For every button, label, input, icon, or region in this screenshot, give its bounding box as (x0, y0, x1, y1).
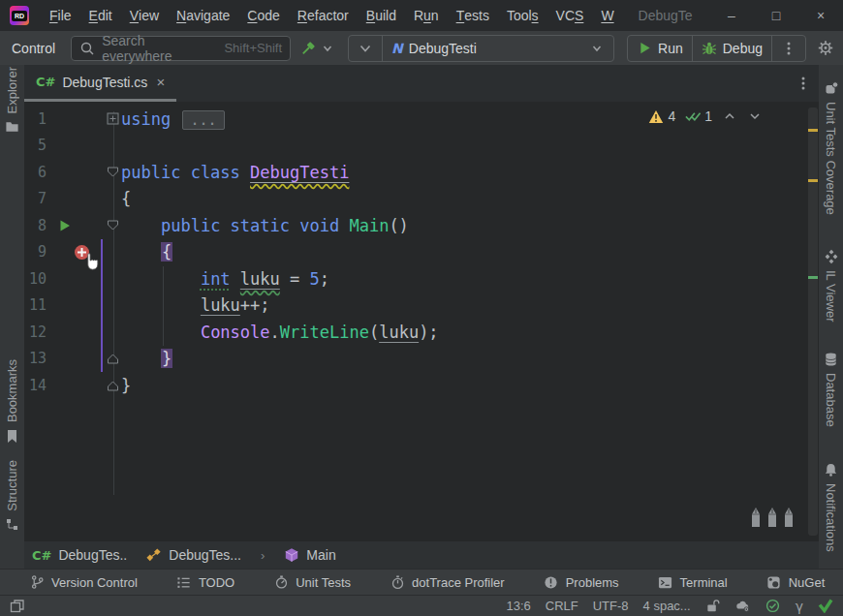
run-configuration-select[interactable]: N DebugTesti (383, 36, 613, 61)
code-lines[interactable]: 1using ...56public class DebugTesti7{8 p… (24, 102, 819, 541)
code-text[interactable]: } (121, 376, 131, 395)
run-widget-chevron[interactable] (349, 36, 382, 61)
sidebar-item-bookmarks[interactable]: Bookmarks (0, 359, 24, 444)
file-encoding[interactable]: UTF-8 (593, 599, 629, 613)
gutter-cell[interactable] (47, 239, 105, 266)
gutter-cell[interactable] (47, 212, 105, 239)
caret-position[interactable]: 13:6 (506, 599, 530, 613)
maximize-button[interactable]: □ (754, 0, 798, 31)
code-text[interactable]: { (121, 189, 131, 208)
tab-close-icon[interactable]: × (156, 74, 165, 90)
code-line-6[interactable]: 6public class DebugTesti (24, 159, 819, 186)
code-text[interactable]: int luku = 5; (121, 269, 329, 289)
tab-options-kebab-icon[interactable] (796, 76, 811, 91)
toolwindow-button-nuget[interactable]: NuGet (766, 574, 826, 590)
chevron-down-icon[interactable] (320, 41, 335, 56)
close-button[interactable]: × (798, 0, 843, 31)
menu-build[interactable]: Build (358, 0, 405, 31)
code-line-13[interactable]: 13 } (24, 346, 819, 373)
analysis-ok-icon[interactable] (818, 599, 833, 614)
debug-button[interactable]: Debug (693, 36, 771, 61)
warnings-group[interactable]: 4 (648, 108, 675, 124)
menu-tools[interactable]: Tools (498, 0, 547, 31)
code-line-9[interactable]: 9 { (24, 239, 819, 266)
menu-w[interactable]: W (592, 0, 622, 31)
sidebar-item-explorer[interactable]: Explorer (0, 67, 24, 135)
code-line-12[interactable]: 12 Console.WriteLine(luku); (24, 319, 819, 346)
gutter-cell[interactable] (47, 293, 105, 320)
gutter-cell[interactable] (47, 133, 105, 160)
code-text[interactable]: public class DebugTesti (121, 163, 349, 182)
fold-marker[interactable] (105, 372, 121, 399)
gutter-cell[interactable] (47, 106, 105, 133)
editor-scrollbar[interactable] (807, 106, 819, 538)
gutter-cell[interactable] (47, 346, 105, 373)
menu-file[interactable]: File (41, 0, 80, 31)
menu-code[interactable]: Code (238, 0, 288, 31)
gamma-icon[interactable]: γ (796, 599, 803, 614)
settings-button[interactable] (818, 41, 833, 56)
gutter-cell[interactable] (47, 186, 105, 213)
minimize-button[interactable]: – (709, 0, 754, 31)
code-line-10[interactable]: 10 int luku = 5; (24, 265, 819, 293)
code-line-8[interactable]: 8 public static void Main() (24, 212, 819, 239)
toolwindow-button-unit-tests[interactable]: Unit Tests (273, 574, 351, 590)
suggestions-group[interactable]: 1 (685, 108, 712, 124)
more-run-actions-button[interactable] (772, 36, 805, 61)
gutter-cell[interactable] (47, 319, 105, 346)
tool-window-switcher-icon[interactable] (10, 599, 25, 614)
breadcrumb-item-2[interactable]: DebugTes... (146, 547, 241, 563)
run-main-icon[interactable] (58, 218, 72, 236)
code-text[interactable]: } (121, 349, 172, 368)
code-text[interactable]: { (121, 242, 172, 262)
line-separator[interactable]: CRLF (546, 599, 578, 613)
cloud-sync-icon[interactable] (735, 599, 751, 614)
next-issue-icon[interactable] (747, 108, 763, 124)
build-solution-button[interactable] (300, 41, 335, 56)
sidebar-item-unit-tests-coverage[interactable]: Unit Tests Coverage (819, 80, 843, 215)
fold-marker[interactable] (105, 159, 121, 186)
code-text[interactable]: public static void Main() (121, 216, 409, 235)
sidebar-item-notifications[interactable]: Notifications (819, 462, 843, 552)
inspections-widget[interactable]: 4 1 (648, 108, 763, 124)
breadcrumb-item-3[interactable]: Main (284, 547, 335, 563)
toolwindow-button-dottrace-profiler[interactable]: dotTrace Profiler (390, 574, 505, 590)
inspections-ok-icon[interactable] (765, 599, 781, 614)
code-text[interactable]: using ... (121, 109, 225, 129)
indent-setting[interactable]: 4 spac... (643, 599, 691, 613)
code-line-5[interactable]: 5 (24, 133, 819, 160)
code-line-7[interactable]: 7{ (24, 186, 819, 213)
run-button[interactable]: Run (628, 36, 692, 61)
gutter-cell[interactable] (47, 372, 105, 399)
rider-logo-icon[interactable]: RD (10, 6, 29, 25)
unlock-icon[interactable] (705, 599, 721, 614)
search-everywhere-box[interactable]: Search everywhere Shift+Shift (71, 36, 291, 61)
sidebar-item-database[interactable]: Database (819, 352, 843, 427)
fold-marker[interactable] (105, 346, 121, 373)
code-editor[interactable]: 1using ...56public class DebugTesti7{8 p… (24, 102, 819, 541)
tab-debugtesti[interactable]: C# DebugTesti.cs × (24, 65, 176, 102)
toolwindow-button-terminal[interactable]: Terminal (658, 574, 728, 590)
code-text[interactable]: luku++; (121, 295, 270, 315)
code-line-11[interactable]: 11 luku++; (24, 293, 819, 320)
toolwindow-button-todo[interactable]: TODO (176, 574, 234, 590)
code-text[interactable]: Console.WriteLine(luku); (121, 323, 439, 342)
menu-navigate[interactable]: Navigate (168, 0, 238, 31)
menu-view[interactable]: View (121, 0, 168, 31)
toolwindow-button-problems[interactable]: Problems (544, 574, 619, 590)
sidebar-item-il-viewer[interactable]: IL Viewer (819, 249, 843, 322)
gutter-cell[interactable] (47, 159, 105, 186)
menu-vcs[interactable]: VCS (547, 0, 593, 31)
menu-run[interactable]: Run (405, 0, 448, 31)
fold-marker[interactable] (105, 212, 121, 239)
menu-tests[interactable]: Tests (448, 0, 498, 31)
scrollbar-thumb[interactable] (808, 108, 818, 536)
previous-issue-icon[interactable] (722, 108, 737, 124)
menu-refactor[interactable]: Refactor (289, 0, 358, 31)
toolwindow-button-version-control[interactable]: Version Control (29, 574, 138, 590)
breadcrumb-item-1[interactable]: C#DebugTes.. (32, 547, 127, 563)
code-line-14[interactable]: 14} (24, 372, 819, 399)
sidebar-item-structure[interactable]: Structure (0, 460, 24, 533)
menu-edit[interactable]: Edit (80, 0, 121, 31)
fold-marker[interactable] (105, 106, 121, 133)
